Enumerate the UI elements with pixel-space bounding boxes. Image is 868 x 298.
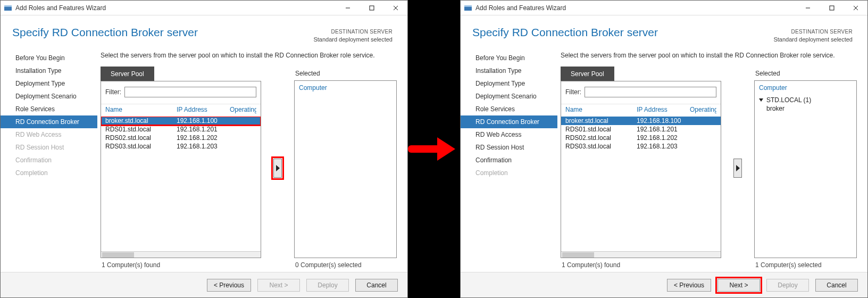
nav-deployment-type[interactable]: Deployment Type [461, 77, 557, 90]
col-os[interactable]: Operating [690, 106, 716, 113]
wizard-nav: Before You Begin Installation Type Deplo… [461, 47, 557, 272]
minimize-button[interactable] [336, 1, 360, 15]
svg-rect-3 [370, 6, 374, 10]
pool-row-rds03[interactable]: RDS03.std.local 192.168.1.203 [561, 142, 721, 151]
app-icon [4, 4, 12, 12]
pool-cell-ip: 192.168.1.203 [637, 143, 690, 150]
selected-label: Selected [294, 67, 397, 80]
add-server-button[interactable] [733, 159, 742, 178]
selected-group-label: STD.LOCAL (1) [766, 96, 811, 104]
tab-server-pool[interactable]: Server Pool [101, 67, 154, 81]
arrow-right-icon [408, 136, 460, 162]
selected-group[interactable]: STD.LOCAL (1) [759, 96, 852, 104]
pool-cell-ip: 192.168.1.201 [637, 126, 690, 133]
wizard-window-right: Add Roles and Features Wizard Specify RD… [460, 0, 868, 298]
cancel-button[interactable]: Cancel [355, 279, 398, 292]
add-server-button[interactable] [273, 159, 282, 178]
pool-cell-name: RDS01.std.local [105, 126, 177, 133]
destination-value: Standard deployment selected [773, 36, 853, 44]
pool-cell-name: broker.std.local [105, 117, 177, 125]
pool-list[interactable]: broker.std.local 192.168.1.100 RDS01.std… [101, 117, 261, 251]
window-title: Add Roles and Features Wizard [15, 4, 106, 12]
nav-role-services[interactable]: Role Services [461, 103, 557, 115]
pool-row-rds01[interactable]: RDS01.std.local 192.168.1.201 [561, 125, 721, 134]
nav-deployment-scenario[interactable]: Deployment Scenario [1, 90, 97, 103]
pool-row-rds03[interactable]: RDS03.std.local 192.168.1.203 [101, 142, 261, 151]
nav-rd-connection-broker[interactable]: RD Connection Broker [1, 115, 97, 128]
next-button[interactable]: Next > [717, 279, 760, 292]
maximize-button[interactable] [360, 1, 383, 15]
pool-cell-name: RDS03.std.local [105, 143, 177, 150]
pool-cell-name: RDS02.std.local [565, 134, 637, 142]
col-name[interactable]: Name [565, 106, 637, 113]
col-ip[interactable]: IP Address [177, 106, 230, 113]
col-ip[interactable]: IP Address [637, 106, 690, 113]
nav-role-services[interactable]: Role Services [1, 103, 97, 115]
pool-scrollbar[interactable] [101, 251, 261, 258]
pool-row-rds01[interactable]: RDS01.std.local 192.168.1.201 [101, 125, 261, 134]
nav-deployment-scenario[interactable]: Deployment Scenario [461, 90, 557, 103]
page-title: Specify RD Connection Broker server [472, 26, 658, 39]
destination-header: DESTINATION SERVER [313, 28, 393, 36]
pool-count: 1 Computer(s) found [561, 258, 721, 270]
col-os[interactable]: Operating [230, 106, 256, 113]
pool-row-rds02[interactable]: RDS02.std.local 192.168.1.202 [561, 134, 721, 142]
tab-server-pool[interactable]: Server Pool [561, 67, 614, 81]
close-button[interactable] [383, 1, 407, 15]
app-icon [464, 4, 472, 12]
transition-arrow [408, 0, 460, 298]
footer: < Previous Next > Deploy Cancel [461, 272, 867, 297]
server-pool-box: Filter: Name IP Address Operating broker [561, 81, 721, 258]
previous-button[interactable]: < Previous [667, 279, 711, 292]
selected-body[interactable] [295, 95, 396, 258]
pool-header[interactable]: Name IP Address Operating [101, 104, 261, 117]
svg-rect-7 [464, 5, 472, 7]
pool-scrollbar[interactable] [561, 251, 721, 258]
titlebar[interactable]: Add Roles and Features Wizard [461, 1, 867, 15]
selected-body[interactable]: STD.LOCAL (1) broker [755, 95, 856, 258]
nav-before-you-begin[interactable]: Before You Begin [1, 52, 97, 64]
pool-cell-name: RDS02.std.local [105, 134, 177, 142]
pool-cell-ip: 192.168.18.100 [637, 117, 690, 125]
filter-input[interactable] [124, 87, 256, 97]
pool-cell-name: RDS03.std.local [565, 143, 637, 150]
pool-header[interactable]: Name IP Address Operating [561, 104, 721, 117]
filter-input[interactable] [585, 87, 716, 97]
destination-block: DESTINATION SERVER Standard deployment s… [773, 26, 853, 43]
col-name[interactable]: Name [105, 106, 177, 113]
instruction-text: Select the servers from the server pool … [101, 52, 397, 59]
pool-row-broker[interactable]: broker.std.local 192.168.1.100 [101, 117, 261, 125]
next-button: Next > [257, 279, 300, 292]
selected-item-broker[interactable]: broker [759, 104, 852, 113]
titlebar[interactable]: Add Roles and Features Wizard [1, 1, 407, 15]
nav-installation-type[interactable]: Installation Type [461, 64, 557, 77]
filter-label: Filter: [565, 88, 581, 96]
cancel-button[interactable]: Cancel [815, 279, 858, 292]
filter-label: Filter: [105, 88, 121, 96]
nav-installation-type[interactable]: Installation Type [1, 64, 97, 77]
window-title: Add Roles and Features Wizard [475, 4, 566, 12]
nav-deployment-type[interactable]: Deployment Type [1, 77, 97, 90]
nav-rd-session-host[interactable]: RD Session Host [461, 141, 557, 154]
pool-row-rds02[interactable]: RDS02.std.local 192.168.1.202 [101, 134, 261, 142]
destination-header: DESTINATION SERVER [773, 28, 853, 36]
maximize-button[interactable] [820, 1, 844, 15]
previous-button[interactable]: < Previous [207, 279, 251, 292]
pool-list[interactable]: broker.std.local 192.168.18.100 RDS01.st… [561, 117, 721, 251]
selected-item-label: broker [766, 105, 784, 112]
chevron-right-icon [276, 165, 280, 171]
pool-row-broker[interactable]: broker.std.local 192.168.18.100 [561, 117, 721, 125]
wizard-nav: Before You Begin Installation Type Deplo… [1, 47, 97, 272]
pool-cell-name: RDS01.std.local [565, 126, 637, 133]
close-button[interactable] [844, 1, 867, 15]
deploy-button: Deploy [766, 279, 809, 292]
nav-confirmation: Confirmation [1, 154, 97, 167]
minimize-button[interactable] [796, 1, 820, 15]
selected-box: Computer STD.LOCAL (1) broker [754, 80, 857, 258]
nav-rd-web-access[interactable]: RD Web Access [461, 128, 557, 141]
page-title: Specify RD Connection Broker server [12, 26, 198, 39]
pool-cell-ip: 192.168.1.203 [177, 143, 230, 150]
nav-before-you-begin[interactable]: Before You Begin [461, 52, 557, 64]
nav-confirmation[interactable]: Confirmation [461, 154, 557, 167]
nav-rd-connection-broker[interactable]: RD Connection Broker [461, 115, 557, 128]
